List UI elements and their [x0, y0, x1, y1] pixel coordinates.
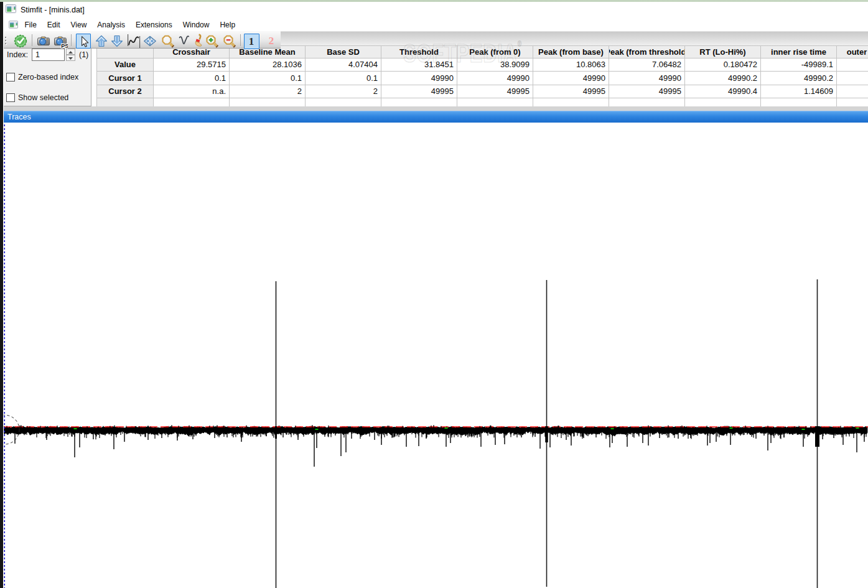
row-header[interactable]: Cursor 2 [97, 85, 154, 98]
trace-cursors-icon [126, 40, 141, 50]
empty-cell [609, 98, 685, 107]
table-cell[interactable]: 49995 [609, 85, 685, 98]
magnifier-minus-icon [222, 40, 236, 50]
document-mdi-icon[interactable] [9, 20, 18, 31]
event-detection-button[interactable] [126, 34, 141, 49]
table-cell[interactable]: 29.5715 [154, 58, 230, 72]
index-spinner [66, 49, 75, 61]
measure-brush-button[interactable] [190, 34, 205, 49]
toolbar-separator [71, 34, 72, 46]
channel-2-button[interactable]: 2 [267, 34, 276, 49]
zoom-in-button[interactable] [204, 34, 219, 49]
menu-bar: File Edit View Analysis Extensions Windo… [3, 19, 868, 31]
table-cell[interactable]: 7.06482 [609, 58, 685, 72]
column-header[interactable]: Peak (from 0) [457, 46, 533, 58]
table-cell[interactable]: 4.07404 [306, 58, 381, 72]
fit-to-window-button[interactable] [142, 34, 157, 49]
table-cell[interactable]: 49990.2 [685, 72, 761, 85]
menu-item-edit[interactable]: Edit [42, 19, 65, 31]
table-row: Cursor 1 0.1 0.1 0.1 49990 49990 49990 4… [97, 72, 868, 85]
empty-cell [381, 98, 457, 107]
trace-plot-svg [4, 123, 868, 588]
table-cell[interactable]: 10.8063 [533, 58, 609, 72]
select-tool-button[interactable] [76, 34, 91, 49]
table-cell[interactable]: 49995 [533, 85, 609, 98]
cursor-arrow-icon [77, 40, 91, 51]
snapshot-ps-button[interactable]: PS [53, 34, 68, 49]
empty-cell [837, 98, 868, 107]
measurements-grid: Crosshair Baseline Mean Base SD Threshol… [96, 45, 868, 106]
next-trace-button[interactable] [110, 34, 124, 49]
camera-ps-icon: PS [53, 40, 68, 50]
table-cell[interactable]: 49990 [533, 72, 609, 85]
table-cell[interactable]: 2 [230, 85, 306, 98]
table-cell[interactable]: n.a. [154, 85, 230, 98]
table-cell[interactable]: 1.14609 [761, 85, 837, 98]
menu-item-view[interactable]: View [65, 19, 92, 31]
table-cell[interactable]: 0.1 [230, 72, 306, 85]
title-bar[interactable]: Stimfit - [minis.dat] [3, 2, 868, 19]
empty-cell [457, 98, 533, 107]
show-selected-checkbox[interactable] [6, 93, 15, 102]
menu-items: File Edit View Analysis Extensions Windo… [19, 19, 241, 31]
menu-item-help[interactable]: Help [215, 19, 241, 31]
menu-item-extensions[interactable]: Extensions [131, 19, 178, 31]
table-cell[interactable] [837, 85, 868, 98]
table-cell[interactable]: 49995 [381, 85, 457, 98]
toolbar-grip[interactable] [5, 37, 7, 45]
table-cell[interactable]: 2 [306, 85, 381, 98]
svg-text:PS: PS [61, 43, 68, 49]
column-header[interactable]: RT (Lo-Hi%) [685, 46, 761, 58]
dock-background-band [281, 31, 868, 45]
channel-1-button[interactable]: 1 [244, 34, 259, 49]
window-title: Stimfit - [minis.dat] [21, 2, 85, 18]
stimfit-logo-icon [6, 4, 16, 16]
zoom-out-button[interactable] [222, 34, 236, 49]
table-cell[interactable]: 49990.2 [761, 72, 837, 85]
traces-pane-caption[interactable]: Traces [4, 111, 868, 123]
trace-plot-area[interactable] [4, 123, 868, 588]
toolbar-separator [240, 34, 241, 46]
column-header[interactable]: Peak (from threshold) [609, 46, 685, 58]
previous-trace-button[interactable] [94, 34, 109, 49]
table-cell[interactable]: 31.8451 [381, 58, 457, 72]
row-header[interactable]: Cursor 1 [97, 72, 154, 85]
column-header[interactable]: inner rise time [761, 46, 837, 58]
arrow-down-icon [110, 40, 124, 50]
index-label: Index: [7, 50, 28, 59]
pane-gap [4, 106, 868, 111]
index-input[interactable] [32, 49, 65, 61]
column-header[interactable]: Threshold [381, 46, 457, 58]
table-cell[interactable] [837, 58, 868, 72]
row-header[interactable]: Value [97, 58, 154, 72]
menu-item-window[interactable]: Window [177, 19, 215, 31]
table-cell[interactable]: 49995 [457, 85, 533, 98]
zoom-tool-button[interactable] [160, 34, 175, 49]
column-header[interactable]: Peak (from base) [533, 46, 609, 58]
accept-button[interactable] [13, 34, 28, 49]
snapshot-button[interactable] [36, 34, 51, 49]
main-toolbar: PS 1 2 [4, 31, 281, 49]
menu-item-analysis[interactable]: Analysis [92, 19, 131, 31]
column-header[interactable]: Base SD [306, 46, 381, 58]
table-cell[interactable]: -49989.1 [761, 58, 837, 72]
table-cell[interactable]: 49990 [381, 72, 457, 85]
zero-based-index-checkbox[interactable] [6, 73, 15, 82]
empty-cell [685, 98, 761, 107]
table-cell[interactable]: 49990 [609, 72, 685, 85]
results-table: Crosshair Baseline Mean Base SD Threshol… [96, 45, 868, 106]
fit-diamond-icon [142, 40, 157, 50]
column-header[interactable]: outer rise time [837, 46, 868, 58]
arrow-up-icon [94, 40, 109, 50]
traces-pane-title: Traces [7, 111, 31, 123]
menu-item-file[interactable]: File [19, 19, 42, 31]
spinner-down-button[interactable] [66, 55, 75, 61]
table-cell[interactable]: 49990.4 [685, 85, 761, 98]
table-cell[interactable]: 38.9099 [457, 58, 533, 72]
table-cell[interactable]: 28.1036 [230, 58, 306, 72]
table-cell[interactable]: 0.1 [154, 72, 230, 85]
table-cell[interactable]: 49990 [457, 72, 533, 85]
table-cell[interactable]: 0.1 [306, 72, 381, 85]
table-cell[interactable]: 0.180472 [685, 58, 761, 72]
table-cell[interactable] [837, 72, 868, 85]
